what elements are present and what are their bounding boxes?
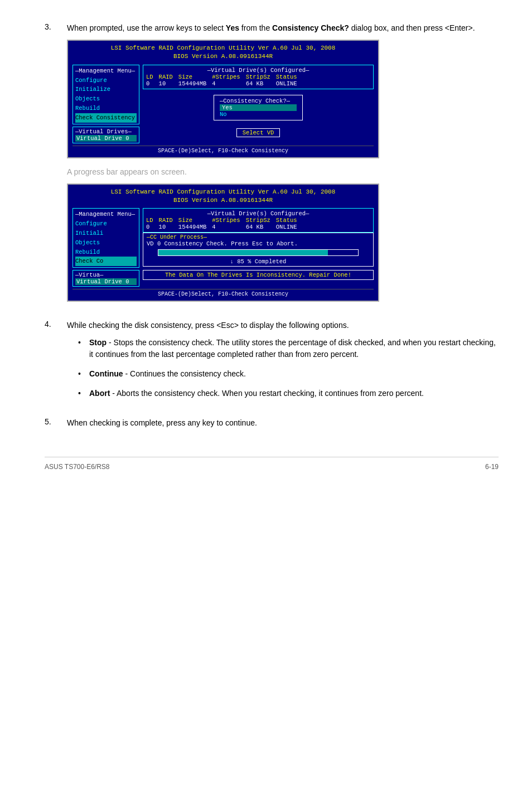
sub-item-stop-content: Stop - Stops the consistency check. The … [89, 337, 499, 360]
bios2-progress-bar-inner [158, 250, 328, 255]
bios1-td-size: 154494MB [178, 80, 212, 87]
bios2-menu-objects: Objects [75, 238, 137, 248]
step-5-num: 5. [45, 417, 67, 434]
step-4-num: 4. [45, 320, 67, 407]
bios1-header: LSI Software RAID Configuration Utility … [72, 44, 374, 61]
bios1-table: LD RAID Size #Stripes StripSz Status 0 1… [146, 74, 303, 87]
sub-item-stop-bold: Stop [89, 338, 107, 347]
bios1-th-ld: LD [146, 74, 159, 80]
bios2-header: LSI Software RAID Configuration Utility … [72, 188, 374, 205]
sub-item-continue-content: Continue - Continues the consistency che… [89, 368, 499, 380]
sub-item-continue-sep: - [125, 369, 130, 378]
sub-item-abort-sep: - [112, 389, 117, 398]
bios1-menu-initialize: Initialize [75, 85, 137, 94]
bios1-cc-no: No [220, 111, 297, 118]
bios1-vd-configured: —Virtual Drive(s) Configured— LD RAID Si… [143, 65, 374, 89]
bios1-menu-objects: Objects [75, 94, 137, 104]
bios1-layout: —Management Menu— Configure Initialize O… [72, 65, 374, 143]
bios2-footer: SPACE-(De)Select, F10-Check Consistency [72, 289, 374, 297]
step-4-content: While checking the disk consistency, pre… [67, 320, 499, 407]
bios2-th-status: Status [276, 217, 303, 224]
bios1-cc-dialog-wrapper: —Consistency Check?— Yes No [143, 91, 374, 124]
bios2-vd-title: —Virtua— [75, 272, 137, 278]
sub-item-stop-text: Stops the consistency check. The utility… [89, 338, 496, 359]
sub-item-stop: • Stop - Stops the consistency check. Th… [78, 337, 499, 360]
bios2-vd-section-title: —Virtual Drive(s) Configured— [146, 210, 370, 217]
sub-item-abort-bold: Abort [89, 389, 110, 398]
bios2-th-raid: RAID [159, 217, 178, 224]
bios2-td-ld: 0 [146, 224, 159, 230]
bios1-th-stripsz: StripSz [246, 74, 276, 80]
bios1-th-raid: RAID [159, 74, 178, 80]
bios1-th-stripes: #Stripes [212, 74, 245, 80]
bios2-left: —Management Menu— Configure Initiali Obj… [72, 208, 139, 287]
bios1-vd-title: —Virtual Drives— [75, 128, 137, 135]
bios1-menu-rebuild: Rebuild [75, 104, 137, 113]
bios1-cc-dialog-title: —Consistency Check?— [220, 98, 297, 104]
bios2-th-ld: LD [146, 217, 159, 224]
bios2-th-stripes: #Stripes [212, 217, 245, 224]
step-3-content: When prompted, use the arrow keys to sel… [67, 22, 499, 310]
bios2-td-status: ONLINE [276, 224, 303, 230]
bios1-td-stripsz: 64 KB [246, 80, 276, 87]
bios2-right: —Virtual Drive(s) Configured— LD RAID Si… [143, 208, 374, 287]
bios2-cc-message: VD 0 Consistency Check. Press Esc to Abo… [147, 240, 370, 247]
sub-item-abort: • Abort - Aborts the consistency check. … [78, 388, 499, 399]
bios1-td-ld: 0 [146, 80, 159, 87]
bios2-cc-process-title: —CC Under Process— [147, 234, 370, 240]
bios1-menu-check-consistency: Check Consistency [75, 113, 137, 123]
bios1-table-row: 0 10 154494MB 4 64 KB ONLINE [146, 80, 303, 87]
bios1-td-stripes: 4 [212, 80, 245, 87]
bios1-left: —Management Menu— Configure Initialize O… [72, 65, 139, 143]
bios1-header-line1: LSI Software RAID Configuration Utility … [72, 44, 374, 52]
bios2-vd-box: —Virtua— Virtual Drive 0 [72, 270, 139, 287]
bios2-header-line2: BIOS Version A.08.09161344R [72, 196, 374, 205]
bios2-th-stripsz: StripSz [246, 217, 276, 224]
bios-screen-1: LSI Software RAID Configuration Utility … [67, 40, 379, 158]
bios1-td-status: ONLINE [276, 80, 303, 87]
step-3-text-mid: from the [239, 23, 272, 32]
bios2-progress-bar-outer [158, 249, 359, 256]
step-3-bold-yes: Yes [226, 23, 239, 32]
sub-list: • Stop - Stops the consistency check. Th… [78, 337, 499, 399]
sub-item-continue-text: Continues the consistency check. [130, 369, 246, 378]
bios1-cc-yes: Yes [220, 104, 297, 111]
bios2-td-stripsz: 64 KB [246, 224, 276, 230]
step-3-num: 3. [45, 22, 67, 310]
sub-item-continue: • Continue - Continues the consistency c… [78, 368, 499, 380]
step-4: 4. While checking the disk consistency, … [45, 320, 499, 407]
bios2-menu-title: —Management Menu— [75, 210, 137, 219]
bios1-cc-dialog: —Consistency Check?— Yes No [214, 95, 303, 120]
bios1-vd-item: Virtual Drive 0 [75, 135, 137, 142]
bios2-td-stripes: 4 [212, 224, 245, 230]
sub-item-abort-text: Aborts the consistency check. When you r… [117, 389, 424, 398]
bullet-continue: • [78, 368, 89, 380]
bios2-menu-rebuild: Rebuild [75, 248, 137, 257]
bios2-inconsistency-msg: The Data On The Drives Is Inconsistency.… [143, 270, 374, 280]
bios2-vd-configured: —Virtual Drive(s) Configured— LD RAID Si… [143, 208, 374, 233]
step-5: 5. When checking is complete, press any … [45, 417, 499, 434]
bios1-cc-area: —Consistency Check?— Yes No [143, 91, 374, 124]
footer-right: 6-19 [485, 463, 499, 471]
bios1-menu-configure: Configure [75, 76, 137, 85]
bios2-menu-configure: Configure [75, 219, 137, 229]
bios1-header-line2: BIOS Version A.08.09161344R [72, 52, 374, 61]
step-4-text: While checking the disk consistency, pre… [67, 320, 499, 331]
bios1-th-size: Size [178, 74, 212, 80]
bios2-cc-process-box: —CC Under Process— VD 0 Consistency Chec… [143, 233, 374, 267]
bios1-vd-box: —Virtual Drives— Virtual Drive 0 [72, 127, 139, 143]
bios2-layout: —Management Menu— Configure Initiali Obj… [72, 208, 374, 287]
bios1-right: —Virtual Drive(s) Configured— LD RAID Si… [143, 65, 374, 143]
bios2-td-raid: 10 [159, 224, 178, 230]
bios2-menu-check-co: Check Co [75, 257, 137, 266]
bios1-td-raid: 10 [159, 80, 178, 87]
bullet-stop: • [78, 337, 89, 349]
bios2-progress-text: ↓ 85 % Completed [147, 258, 370, 265]
bios1-select-vd-area: Select VD [143, 128, 374, 137]
bios2-th-size: Size [178, 217, 212, 224]
bios1-menu-title: —Management Menu— [75, 66, 137, 76]
bullet-abort: • [78, 388, 89, 399]
bios2-menu-initialize: Initiali [75, 229, 137, 238]
step-3-bold-check: Consistency Check? [272, 23, 349, 32]
bios1-select-vd-btn: Select VD [236, 128, 280, 137]
